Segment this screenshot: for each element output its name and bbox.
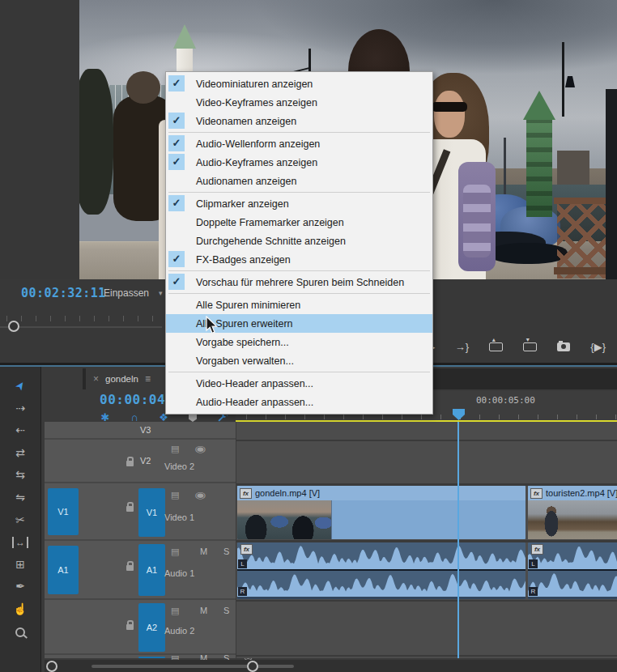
extract-icon[interactable]: ▾ <box>522 339 537 354</box>
lane-v3 <box>236 422 617 440</box>
track-header-v1: V1 V1 ▤ ◉ Video 1 <box>45 483 236 541</box>
track-target-a1[interactable]: A1 <box>138 544 165 596</box>
lock-icon[interactable] <box>126 565 134 571</box>
slide-tool-icon: ⊞ <box>15 558 25 571</box>
clip-gondeln-audio[interactable]: fx L R <box>237 542 526 599</box>
panel-menu-icon[interactable]: ≡ <box>145 373 151 385</box>
play-in-to-out-icon[interactable]: {▶} <box>590 339 606 354</box>
menu-item-videominiaturen-anzeigen[interactable]: ✓Videominiaturen anzeigen <box>166 74 432 93</box>
clip-name-bar: fx gondeln.mp4 [V] <box>237 486 526 500</box>
program-timecode[interactable]: 00:02:32:11 <box>21 286 106 300</box>
slip-tool[interactable]: ↔ <box>0 533 40 552</box>
track-name-a1[interactable]: Audio 1 <box>164 568 194 578</box>
menu-item-durchgehende-schnitte-anzeigen[interactable]: Durchgehende Schnitte anzeigen <box>166 232 432 250</box>
export-frame-icon[interactable] <box>556 339 571 354</box>
horizontal-scrollbar[interactable] <box>45 660 617 672</box>
clip-thumbnail <box>237 500 332 539</box>
menu-item-vorgabe-speichern[interactable]: Vorgabe speichern... <box>166 333 432 351</box>
track-target-v1[interactable]: V1 <box>138 488 165 537</box>
menu-item-doppelte-framemarker-anzeigen[interactable]: Doppelte Framemarker anzeigen <box>166 213 432 232</box>
slip-tool-icon: ↔ <box>12 537 28 548</box>
menu-item-audio-header-anpassen[interactable]: Audio-Header anpassen... <box>166 393 432 411</box>
checkmark-icon: ✓ <box>168 195 185 211</box>
lane-v2 <box>236 441 617 483</box>
menu-item-label: Audio-Keyframes anzeigen <box>196 157 317 168</box>
mute-button[interactable]: M <box>200 547 207 556</box>
chevron-down-icon[interactable]: ▾ <box>159 289 163 297</box>
monitor-scrubber-handle[interactable] <box>8 321 19 332</box>
razor-tool-icon: ✂ <box>14 510 26 530</box>
rolling-edit-tool[interactable]: ⇆ <box>0 466 40 485</box>
checkbox-empty <box>168 393 185 410</box>
menu-item-video-header-anpassen[interactable]: Video-Header anpassen... <box>166 374 432 393</box>
fx-badge[interactable]: fx <box>240 544 253 555</box>
menu-separator <box>168 132 430 133</box>
source-patch-a1[interactable]: A1 <box>48 546 79 594</box>
lock-icon[interactable] <box>126 461 134 466</box>
menu-item-videonamen-anzeigen[interactable]: ✓Videonamen anzeigen <box>166 112 432 130</box>
solo-button[interactable]: S <box>223 606 229 615</box>
hand-tool[interactable]: ☝ <box>0 600 40 619</box>
lane-a2 <box>236 602 617 655</box>
razor-tool[interactable]: ✂ <box>0 511 40 530</box>
track-name-a2[interactable]: Audio 2 <box>164 626 194 636</box>
ruler-ticks <box>236 415 617 419</box>
menu-item-video-keyframes-anzeigen[interactable]: Video-Keyframes anzeigen <box>166 93 432 112</box>
scrollbar-range[interactable] <box>91 665 294 668</box>
selection-tool[interactable]: ➤ <box>0 376 40 396</box>
gondola-hull-2 <box>488 243 568 264</box>
track-select-forward-tool[interactable]: ⇢ <box>0 399 40 419</box>
menu-item-audio-keyframes-anzeigen[interactable]: ✓Audio-Keyframes anzeigen <box>166 153 432 172</box>
close-icon[interactable]: × <box>93 373 99 385</box>
ripple-edit-tool-icon: ⇄ <box>15 446 25 459</box>
scrollbar-handle-left[interactable] <box>46 661 57 672</box>
track-name-v1[interactable]: Video 1 <box>164 513 194 522</box>
sync-lock-icon[interactable]: ▤ <box>171 547 179 557</box>
lock-icon[interactable] <box>126 624 134 630</box>
lift-icon[interactable]: ▴ <box>488 339 503 354</box>
zoom-tool[interactable] <box>0 623 40 642</box>
track-select-backward-tool[interactable]: ⇠ <box>0 421 40 440</box>
checkbox-empty <box>168 232 185 249</box>
clip-touristen-video[interactable]: fx touristen2.mp4 [V] <box>528 486 617 539</box>
track-target-v2[interactable]: V2 <box>140 456 151 466</box>
eye-icon[interactable]: ◉ <box>197 490 205 500</box>
selection-tool-icon: ➤ <box>11 376 31 394</box>
menu-item-clipmarker-anzeigen[interactable]: ✓Clipmarker anzeigen <box>166 194 432 213</box>
menu-item-audio-wellenform-anzeigen[interactable]: ✓Audio-Wellenform anzeigen <box>166 134 432 153</box>
lock-icon[interactable] <box>126 506 134 512</box>
sync-lock-icon[interactable]: ▤ <box>171 490 179 500</box>
clip-name-bar: fx touristen2.mp4 [V] <box>528 486 617 500</box>
ripple-edit-tool[interactable]: ⇄ <box>0 444 40 463</box>
solo-button[interactable]: S <box>223 547 229 556</box>
eye-icon[interactable]: ◉ <box>197 444 205 454</box>
fx-badge[interactable]: fx <box>530 488 543 499</box>
track-name-v2[interactable]: Video 2 <box>164 461 194 471</box>
fx-badge[interactable]: fx <box>240 488 252 499</box>
menu-item-alle-spuren-minimieren[interactable]: Alle Spuren minimieren <box>166 296 432 314</box>
slide-tool[interactable]: ⊞ <box>0 555 40 575</box>
fit-dropdown[interactable]: Einpassen <box>104 287 149 299</box>
sync-lock-icon[interactable]: ▤ <box>171 606 179 616</box>
fx-badge[interactable]: fx <box>531 544 543 555</box>
menu-item-fx-badges-anzeigen[interactable]: ✓FX-Badges anzeigen <box>166 250 432 269</box>
menu-item-vorschau-für-mehrere-spuren-beim-schneiden[interactable]: ✓Vorschau für mehrere Spuren beim Schnei… <box>166 273 432 291</box>
playhead-line[interactable] <box>457 422 459 658</box>
rate-stretch-tool[interactable]: ⇋ <box>0 488 40 508</box>
clip-touristen-audio[interactable]: fx L R <box>528 542 617 599</box>
pen-tool[interactable]: ✒ <box>0 577 40 597</box>
premiere-app: 00:02:32:11 Einpassen ▾ ▏▶→}▴▾{▶} ➤⇢⇠⇄⇆⇋… <box>0 0 617 672</box>
mute-button[interactable]: M <box>200 606 207 615</box>
clip-gondeln-video[interactable]: fx gondeln.mp4 [V] <box>237 486 526 539</box>
track-target-a2[interactable]: A2 <box>138 603 165 652</box>
track-target-v3[interactable]: V3 <box>140 425 151 435</box>
track-headers: V3 ▤ ◉ V2 Video 2 V1 V1 ▤ ◉ Video <box>45 422 236 658</box>
menu-item-vorgaben-verwalten[interactable]: Vorgaben verwalten... <box>166 351 432 370</box>
source-patch-v1[interactable]: V1 <box>48 488 79 535</box>
menu-item-audionamen-anzeigen[interactable]: Audionamen anzeigen <box>166 172 432 190</box>
play-to-out-icon[interactable]: →} <box>454 339 469 354</box>
scrollbar-handle-right[interactable] <box>247 661 258 672</box>
channel-label-right: R <box>529 587 538 596</box>
track-target-a3[interactable] <box>138 657 165 658</box>
sync-lock-icon[interactable]: ▤ <box>171 444 179 454</box>
